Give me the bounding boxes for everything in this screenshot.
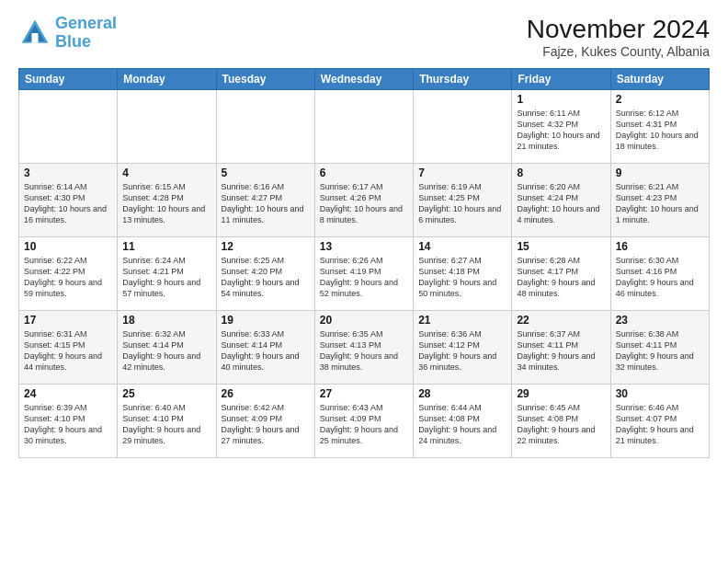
day-number: 18 — [122, 314, 210, 327]
day-number: 16 — [616, 240, 704, 253]
day-number: 29 — [517, 387, 605, 400]
calendar-cell: 12Sunrise: 6:25 AM Sunset: 4:20 PM Dayli… — [216, 237, 314, 311]
calendar-cell: 11Sunrise: 6:24 AM Sunset: 4:21 PM Dayli… — [118, 237, 216, 311]
day-info: Sunrise: 6:31 AM Sunset: 4:15 PM Dayligh… — [24, 328, 112, 373]
day-number: 23 — [616, 314, 704, 327]
logo-line1: General — [55, 14, 117, 32]
day-number: 5 — [222, 167, 310, 179]
calendar-cell: 6Sunrise: 6:17 AM Sunset: 4:26 PM Daylig… — [314, 164, 413, 237]
day-number: 19 — [222, 314, 310, 327]
logo-text: General Blue — [55, 15, 117, 52]
svg-rect-2 — [31, 33, 38, 43]
header-saturday: Saturday — [610, 69, 709, 90]
calendar-cell — [414, 90, 512, 164]
calendar-cell: 4Sunrise: 6:15 AM Sunset: 4:28 PM Daylig… — [118, 164, 216, 237]
day-info: Sunrise: 6:33 AM Sunset: 4:14 PM Dayligh… — [222, 328, 310, 373]
calendar-cell — [19, 90, 118, 164]
calendar-cell: 28Sunrise: 6:44 AM Sunset: 4:08 PM Dayli… — [414, 385, 512, 458]
day-info: Sunrise: 6:14 AM Sunset: 4:30 PM Dayligh… — [24, 181, 112, 226]
title-area: November 2024 Fajze, Kukes County, Alban… — [527, 15, 710, 59]
day-number: 27 — [320, 387, 408, 400]
day-info: Sunrise: 6:43 AM Sunset: 4:09 PM Dayligh… — [320, 402, 408, 447]
day-number: 13 — [320, 240, 408, 253]
calendar-cell: 7Sunrise: 6:19 AM Sunset: 4:25 PM Daylig… — [414, 164, 512, 237]
day-info: Sunrise: 6:15 AM Sunset: 4:28 PM Dayligh… — [122, 181, 210, 226]
calendar-cell: 2Sunrise: 6:12 AM Sunset: 4:31 PM Daylig… — [610, 90, 709, 164]
day-info: Sunrise: 6:30 AM Sunset: 4:16 PM Dayligh… — [616, 255, 704, 300]
day-info: Sunrise: 6:25 AM Sunset: 4:20 PM Dayligh… — [222, 255, 310, 300]
calendar-cell — [216, 90, 314, 164]
calendar-week-1: 3Sunrise: 6:14 AM Sunset: 4:30 PM Daylig… — [19, 164, 710, 237]
day-number: 26 — [222, 387, 310, 400]
day-number: 20 — [320, 314, 408, 327]
day-info: Sunrise: 6:46 AM Sunset: 4:07 PM Dayligh… — [616, 402, 704, 447]
calendar-cell: 13Sunrise: 6:26 AM Sunset: 4:19 PM Dayli… — [314, 237, 413, 311]
day-number: 3 — [24, 167, 112, 179]
calendar-cell: 26Sunrise: 6:42 AM Sunset: 4:09 PM Dayli… — [216, 385, 314, 458]
logo-line2: Blue — [55, 32, 91, 51]
day-info: Sunrise: 6:17 AM Sunset: 4:26 PM Dayligh… — [320, 181, 408, 226]
calendar-cell: 25Sunrise: 6:40 AM Sunset: 4:10 PM Dayli… — [118, 385, 216, 458]
calendar-cell: 20Sunrise: 6:35 AM Sunset: 4:13 PM Dayli… — [314, 311, 413, 385]
day-number: 21 — [418, 314, 506, 327]
day-info: Sunrise: 6:12 AM Sunset: 4:31 PM Dayligh… — [616, 108, 704, 153]
calendar-cell: 8Sunrise: 6:20 AM Sunset: 4:24 PM Daylig… — [512, 164, 610, 237]
calendar-cell: 18Sunrise: 6:32 AM Sunset: 4:14 PM Dayli… — [118, 311, 216, 385]
day-number: 7 — [418, 167, 506, 179]
day-info: Sunrise: 6:32 AM Sunset: 4:14 PM Dayligh… — [122, 328, 210, 373]
day-info: Sunrise: 6:38 AM Sunset: 4:11 PM Dayligh… — [616, 328, 704, 373]
location-subtitle: Fajze, Kukes County, Albania — [527, 44, 710, 59]
day-number: 2 — [616, 93, 704, 106]
calendar-cell: 24Sunrise: 6:39 AM Sunset: 4:10 PM Dayli… — [19, 385, 118, 458]
header-monday: Monday — [118, 69, 216, 90]
day-number: 25 — [122, 387, 210, 400]
calendar-cell: 21Sunrise: 6:36 AM Sunset: 4:12 PM Dayli… — [414, 311, 512, 385]
day-info: Sunrise: 6:40 AM Sunset: 4:10 PM Dayligh… — [122, 402, 210, 447]
day-info: Sunrise: 6:11 AM Sunset: 4:32 PM Dayligh… — [517, 108, 605, 153]
day-number: 17 — [24, 314, 112, 327]
day-info: Sunrise: 6:42 AM Sunset: 4:09 PM Dayligh… — [222, 402, 310, 447]
day-info: Sunrise: 6:36 AM Sunset: 4:12 PM Dayligh… — [418, 328, 506, 373]
calendar-cell: 19Sunrise: 6:33 AM Sunset: 4:14 PM Dayli… — [216, 311, 314, 385]
day-number: 6 — [320, 167, 408, 179]
day-number: 15 — [517, 240, 605, 253]
day-info: Sunrise: 6:35 AM Sunset: 4:13 PM Dayligh… — [320, 328, 408, 373]
calendar-week-3: 17Sunrise: 6:31 AM Sunset: 4:15 PM Dayli… — [19, 311, 710, 385]
day-info: Sunrise: 6:21 AM Sunset: 4:23 PM Dayligh… — [616, 181, 704, 226]
calendar-header: Sunday Monday Tuesday Wednesday Thursday… — [19, 69, 710, 90]
calendar-cell: 23Sunrise: 6:38 AM Sunset: 4:11 PM Dayli… — [610, 311, 709, 385]
header-row: Sunday Monday Tuesday Wednesday Thursday… — [19, 69, 710, 90]
header-wednesday: Wednesday — [314, 69, 413, 90]
day-info: Sunrise: 6:44 AM Sunset: 4:08 PM Dayligh… — [418, 402, 506, 447]
calendar-cell: 10Sunrise: 6:22 AM Sunset: 4:22 PM Dayli… — [19, 237, 118, 311]
day-number: 28 — [418, 387, 506, 400]
day-number: 30 — [616, 387, 704, 400]
header-friday: Friday — [512, 69, 610, 90]
calendar-cell: 29Sunrise: 6:45 AM Sunset: 4:08 PM Dayli… — [512, 385, 610, 458]
calendar-week-4: 24Sunrise: 6:39 AM Sunset: 4:10 PM Dayli… — [19, 385, 710, 458]
day-number: 12 — [222, 240, 310, 253]
logo-icon — [18, 17, 51, 50]
day-number: 9 — [616, 167, 704, 179]
calendar-cell: 3Sunrise: 6:14 AM Sunset: 4:30 PM Daylig… — [19, 164, 118, 237]
calendar-cell: 27Sunrise: 6:43 AM Sunset: 4:09 PM Dayli… — [314, 385, 413, 458]
calendar-cell: 5Sunrise: 6:16 AM Sunset: 4:27 PM Daylig… — [216, 164, 314, 237]
calendar-cell: 17Sunrise: 6:31 AM Sunset: 4:15 PM Dayli… — [19, 311, 118, 385]
day-number: 24 — [24, 387, 112, 400]
calendar-cell — [118, 90, 216, 164]
calendar-cell: 22Sunrise: 6:37 AM Sunset: 4:11 PM Dayli… — [512, 311, 610, 385]
header-tuesday: Tuesday — [216, 69, 314, 90]
calendar-table: Sunday Monday Tuesday Wednesday Thursday… — [18, 68, 710, 458]
day-info: Sunrise: 6:26 AM Sunset: 4:19 PM Dayligh… — [320, 255, 408, 300]
calendar-week-0: 1Sunrise: 6:11 AM Sunset: 4:32 PM Daylig… — [19, 90, 710, 164]
day-number: 1 — [517, 93, 605, 106]
day-info: Sunrise: 6:24 AM Sunset: 4:21 PM Dayligh… — [122, 255, 210, 300]
page: General Blue November 2024 Fajze, Kukes … — [0, 0, 728, 563]
calendar-cell: 16Sunrise: 6:30 AM Sunset: 4:16 PM Dayli… — [610, 237, 709, 311]
calendar-cell: 30Sunrise: 6:46 AM Sunset: 4:07 PM Dayli… — [610, 385, 709, 458]
calendar-cell — [314, 90, 413, 164]
logo: General Blue — [18, 15, 117, 52]
day-number: 14 — [418, 240, 506, 253]
day-number: 11 — [122, 240, 210, 253]
calendar-cell: 15Sunrise: 6:28 AM Sunset: 4:17 PM Dayli… — [512, 237, 610, 311]
